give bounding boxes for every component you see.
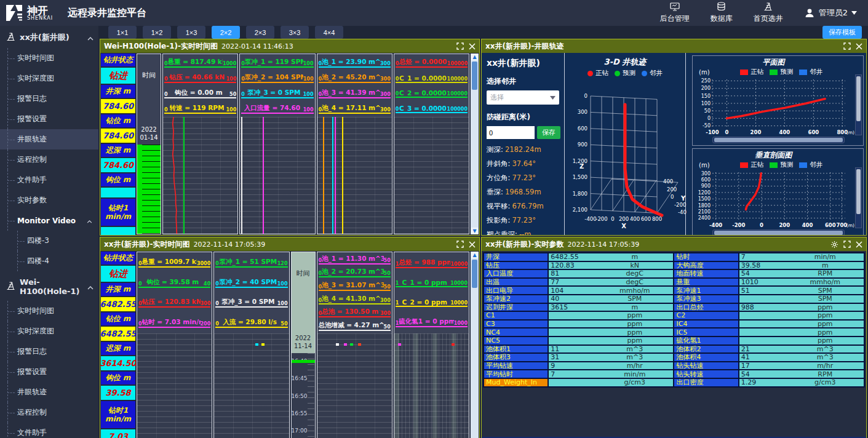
sidebar-item-实时深度图[interactable]: 实时深度图 bbox=[0, 321, 98, 341]
vertical-scrollbar[interactable]: ▲▼ bbox=[471, 252, 479, 438]
user-menu[interactable]: 管理员2 bbox=[804, 7, 857, 18]
status-钻时1: 钻时1 min/m bbox=[101, 199, 135, 226]
vertical-scrollbar[interactable]: ▲▼ bbox=[471, 54, 479, 234]
svg-text:2400: 2400 bbox=[698, 215, 711, 221]
sidebar-item-Monitor Video[interactable]: Monitor Video bbox=[0, 210, 98, 231]
distance-input[interactable] bbox=[487, 126, 535, 139]
data-dot bbox=[398, 343, 401, 346]
param-unit: ppm bbox=[787, 337, 864, 344]
curve-name-value: C_1 = 0 ppm bbox=[402, 279, 447, 286]
svg-text:200: 200 bbox=[619, 216, 629, 222]
menu-label: 首页选井 bbox=[754, 14, 783, 24]
layout-button-4×4[interactable]: 4×4 bbox=[315, 26, 343, 39]
param-value: 17 bbox=[739, 362, 787, 369]
sidebar-item-label: 报警日志 bbox=[17, 346, 47, 357]
expand-icon[interactable] bbox=[456, 42, 464, 50]
layout-button-1×1[interactable]: 1×1 bbox=[108, 26, 137, 39]
param-value-平均钻速: 9m/hr bbox=[548, 362, 674, 370]
sidebar-item-实时时间图[interactable]: 实时时间图 bbox=[0, 48, 98, 68]
section-horizontal-scrollbar[interactable] bbox=[712, 229, 845, 235]
expand-icon[interactable] bbox=[456, 241, 464, 248]
sidebar-item-文件助手[interactable]: 文件助手 bbox=[0, 423, 98, 438]
header-menu-item-2[interactable]: 数据库 bbox=[711, 2, 733, 24]
scrollbar-thumb[interactable] bbox=[472, 62, 477, 90]
curve-name-value: 钩位 = 0.00 m bbox=[175, 89, 223, 97]
table-row: NC4ppmIC5ppm bbox=[484, 328, 864, 336]
scroll-up-arrow[interactable]: ▲ bbox=[471, 252, 478, 258]
sidebar-item-四楼-3[interactable]: 四楼-3 bbox=[0, 231, 98, 251]
shenkai-logo-icon bbox=[5, 4, 23, 22]
param-value: 1010 bbox=[739, 279, 787, 285]
svg-text:1200: 1200 bbox=[698, 190, 711, 196]
sidebar-item-井眼轨迹[interactable]: 井眼轨迹 bbox=[0, 129, 98, 149]
panel-title: xx井(新井眼)-井眼轨迹 bbox=[485, 41, 563, 52]
curve-name-value: 池_3 = 31.07 m^3 bbox=[322, 281, 384, 290]
param-value: 81 bbox=[549, 270, 596, 277]
layout-button-1×2[interactable]: 1×2 bbox=[143, 26, 171, 39]
expand-icon[interactable] bbox=[843, 42, 851, 50]
layout-button-3×3[interactable]: 3×3 bbox=[281, 26, 309, 39]
svg-text:-100: -100 bbox=[706, 129, 719, 135]
save-distance-button[interactable]: 保存 bbox=[537, 126, 560, 139]
offset-well-select[interactable]: 选择 bbox=[487, 90, 559, 105]
data-dot bbox=[261, 343, 265, 346]
param-value: 41 bbox=[739, 354, 787, 360]
plan-horizontal-scrollbar[interactable] bbox=[712, 137, 845, 143]
header-menu-item-1[interactable]: 后台管理 bbox=[660, 2, 690, 24]
plan-vertical-slider[interactable] bbox=[855, 74, 862, 135]
sidebar-item-实时参数[interactable]: 实时参数 bbox=[0, 190, 98, 210]
trace-line bbox=[342, 117, 343, 234]
top-header: 神开 SHENKAI 远程录井监控平台 后台管理数据库首页选井 管理员2 bbox=[0, 0, 868, 26]
scroll-up-arrow[interactable]: ▲ bbox=[471, 54, 478, 60]
save-template-button[interactable]: 保存模板 bbox=[822, 26, 862, 39]
close-icon[interactable] bbox=[469, 43, 476, 50]
sidebar-item-远程控制[interactable]: 远程控制 bbox=[0, 402, 98, 423]
scrollbar-thumb[interactable] bbox=[472, 260, 477, 288]
param-value: 40 bbox=[549, 295, 596, 302]
expand-icon[interactable] bbox=[843, 241, 851, 248]
param-value: 6482.55 bbox=[549, 253, 596, 260]
layout-button-2×2[interactable]: 2×2 bbox=[212, 26, 240, 39]
sidebar-item-井眼轨迹[interactable]: 井眼轨迹 bbox=[0, 382, 98, 402]
curve-label-总池: 0总池 = 130.50 m^3300 bbox=[319, 308, 391, 317]
layout-button-1×3[interactable]: 1×3 bbox=[177, 26, 205, 39]
anticollision-distance-label: 防碰距离(米) bbox=[487, 112, 560, 122]
section-vertical-slider[interactable] bbox=[855, 167, 862, 228]
sidebar-item-报警设置[interactable]: 报警设置 bbox=[0, 362, 98, 382]
curve-label-池_2: 0池_2 = 20.73 m^350 bbox=[319, 268, 391, 277]
scroll-down-arrow[interactable]: ▼ bbox=[471, 228, 478, 234]
curve-max: 100 bbox=[303, 76, 314, 82]
gear-icon[interactable] bbox=[830, 241, 838, 249]
curve-max: 50 bbox=[384, 284, 391, 290]
sidebar-item-报警设置[interactable]: 报警设置 bbox=[0, 109, 98, 129]
curve-label-泵冲_2: 0泵冲_2 = 40 SPM100 bbox=[215, 278, 287, 288]
curve-name-value: 总烃 = 0.0000 bbox=[399, 58, 447, 66]
close-icon[interactable] bbox=[856, 241, 862, 248]
close-icon[interactable] bbox=[469, 241, 476, 248]
svg-text:-50: -50 bbox=[703, 123, 711, 129]
svg-text:-200: -200 bbox=[732, 222, 745, 228]
param-label-井深: 井深 bbox=[484, 253, 548, 261]
track-plot-area bbox=[214, 333, 289, 438]
sidebar-item-实时时间图[interactable]: 实时时间图 bbox=[0, 301, 98, 321]
sidebar-item-四楼-4[interactable]: 四楼-4 bbox=[0, 251, 98, 271]
time-column-header: 时间2022 11-14 bbox=[292, 252, 315, 353]
curve-label-悬重: 0悬重 = 1009.7 kN3000 bbox=[138, 258, 210, 268]
track-header: 0池_1 = 11.30 m^3500池_2 = 20.73 m^3500池_3… bbox=[317, 252, 392, 333]
field-label: 垂深: bbox=[487, 188, 503, 196]
sidebar-item-报警日志[interactable]: 报警日志 bbox=[0, 89, 98, 109]
param-unit: m/hr bbox=[596, 362, 673, 369]
param-unit: min/m bbox=[787, 253, 864, 260]
svg-text:2100: 2100 bbox=[698, 209, 711, 215]
curve-label-总烃: 1总烃 = 988 ppm10000 bbox=[396, 258, 468, 268]
sidebar-section-1[interactable]: xx井(新井眼) bbox=[0, 26, 98, 48]
sidebar-section-2[interactable]: Wei-H100(Hole-1) bbox=[0, 271, 98, 301]
sidebar-item-远程控制[interactable]: 远程控制 bbox=[0, 149, 98, 170]
param-value: 7 bbox=[549, 371, 596, 378]
sidebar-item-报警日志[interactable]: 报警日志 bbox=[0, 341, 98, 362]
header-menu-item-3[interactable]: 首页选井 bbox=[754, 2, 783, 24]
close-icon[interactable] bbox=[856, 43, 862, 50]
layout-button-2×3[interactable]: 2×3 bbox=[246, 26, 274, 39]
sidebar-item-实时深度图[interactable]: 实时深度图 bbox=[0, 68, 98, 89]
sidebar-item-文件助手[interactable]: 文件助手 bbox=[0, 170, 98, 190]
